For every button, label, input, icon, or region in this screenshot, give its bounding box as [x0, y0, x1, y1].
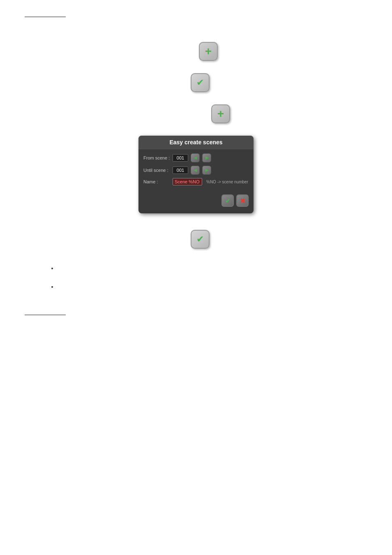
name-input[interactable] [173, 178, 202, 185]
name-row: Name : %NO -> scene number [143, 178, 249, 185]
add-scene-icon-1[interactable] [199, 42, 218, 61]
until-scene-decrement-btn[interactable] [191, 166, 200, 175]
name-label: Name : [143, 179, 170, 184]
first-confirm-icon-section [25, 73, 367, 92]
bullet-list [58, 265, 367, 290]
from-scene-increment-btn[interactable] [202, 153, 211, 162]
until-scene-row: Until scene : [143, 166, 249, 175]
top-divider-line [25, 16, 66, 17]
confirm-icon-2[interactable] [191, 230, 210, 249]
confirm-icon-1[interactable] [191, 73, 210, 92]
until-scene-label: Until scene : [143, 168, 170, 173]
dialog-ok-button[interactable] [221, 194, 234, 207]
first-add-icon-section [25, 42, 367, 61]
name-hint: %NO -> scene number [206, 180, 248, 184]
until-scene-increment-btn[interactable] [202, 166, 211, 175]
dialog-title-bar: Easy create scenes [138, 136, 254, 149]
dialog-body: From scene : Until scene : Name : %NO [138, 149, 254, 193]
easy-create-dialog: Easy create scenes From scene : Until sc… [138, 136, 254, 213]
add-scene-icon-2[interactable] [211, 104, 230, 123]
dialog-cancel-button[interactable] [236, 194, 249, 207]
until-scene-input[interactable] [173, 166, 188, 174]
from-scene-input[interactable] [173, 154, 188, 162]
page-container: Easy create scenes From scene : Until sc… [0, 0, 392, 555]
bullet-item-2 [58, 284, 367, 290]
from-scene-label: From scene : [143, 155, 170, 160]
bullet-item-1 [58, 265, 367, 271]
dialog-action-buttons [138, 193, 254, 207]
bottom-divider-line [25, 314, 66, 315]
second-add-icon-section [25, 104, 367, 123]
from-scene-decrement-btn[interactable] [191, 153, 200, 162]
dialog-title: Easy create scenes [169, 139, 222, 146]
easy-create-dialog-container: Easy create scenes From scene : Until sc… [25, 136, 367, 213]
second-confirm-icon-section [25, 230, 367, 249]
from-scene-row: From scene : [143, 153, 249, 162]
